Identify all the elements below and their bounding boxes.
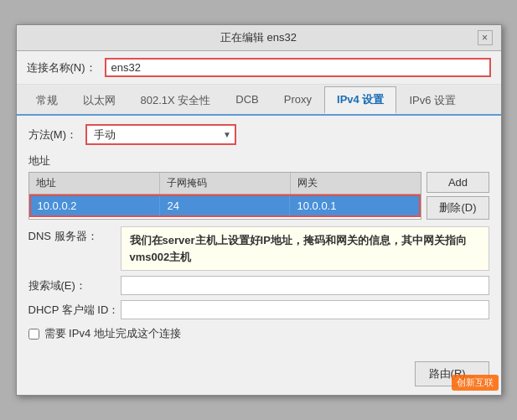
address-section-title: 地址 [28,153,489,169]
tabs-bar: 常规 以太网 802.1X 安全性 DCB Proxy IPv4 设置 IPv6… [17,85,501,116]
cell-address: 10.0.0.2 [31,196,161,215]
dhcp-label: DHCP 客户端 ID： [28,300,121,318]
add-button[interactable]: Add [427,172,489,193]
col-header-gateway: 网关 [291,173,421,194]
table-row[interactable]: 10.0.0.2 24 10.0.0.1 [29,194,421,217]
col-header-subnet: 子网掩码 [160,173,291,194]
connection-name-input[interactable] [105,58,491,77]
ipv4-required-label: 需要 IPv4 地址完成这个连接 [44,326,181,341]
tab-ethernet[interactable]: 以太网 [70,87,128,114]
tooltip-box: 我们在server主机上设置好IP地址，掩码和网关的信息，其中网关指向vms00… [121,226,489,271]
method-select-wrapper: 手动 ▼ [85,124,236,145]
tab-general[interactable]: 常规 [23,87,70,114]
cell-subnet: 24 [160,196,290,215]
search-domain-input[interactable] [121,276,489,295]
address-table: 地址 子网掩码 网关 10.0.0.2 24 10.0.0.1 [28,172,422,220]
search-domain-label: 搜索域(E)： [28,276,121,293]
method-row: 方法(M)： 手动 ▼ [28,124,489,145]
tab-ipv4[interactable]: IPv4 设置 [324,86,396,114]
form-rows: DNS 服务器： 我们在server主机上设置好IP地址，掩码和网关的信息，其中… [28,226,489,319]
method-select[interactable]: 手动 [85,124,236,145]
connection-name-label: 连接名称(N)： [27,60,96,75]
delete-button[interactable]: 删除(D) [427,196,489,220]
tab-8021x[interactable]: 802.1X 安全性 [128,87,224,114]
address-table-wrapper: 地址 子网掩码 网关 10.0.0.2 24 10.0.0.1 Add 删除(D… [28,172,489,220]
watermark: 创新互联 [452,375,499,391]
dialog-title: 正在编辑 ens32 [40,30,478,45]
search-domain-row: 搜索域(E)： [28,276,489,295]
dns-row: DNS 服务器： 我们在server主机上设置好IP地址，掩码和网关的信息，其中… [28,226,489,271]
method-label: 方法(M)： [28,127,78,143]
cell-gateway: 10.0.0.1 [290,196,419,215]
connection-name-row: 连接名称(N)： [17,51,501,85]
tab-ipv6[interactable]: IPv6 设置 [396,87,468,114]
ipv4-required-checkbox[interactable] [28,329,39,340]
close-button[interactable]: × [478,30,493,45]
ipv4-required-row: 需要 IPv4 地址完成这个连接 [28,326,489,341]
tab-dcb[interactable]: DCB [223,87,271,114]
dns-label: DNS 服务器： [28,226,121,244]
col-header-address: 地址 [29,173,160,194]
tab-content: 方法(M)： 手动 ▼ 地址 地址 子网掩码 网关 [17,116,501,356]
address-section: 地址 地址 子网掩码 网关 10.0.0.2 24 10.0.0.1 [28,153,489,220]
table-buttons: Add 删除(D) [427,172,489,220]
title-bar: 正在编辑 ens32 × [17,25,501,51]
table-header: 地址 子网掩码 网关 [29,173,421,194]
dhcp-row: DHCP 客户端 ID： [28,300,489,319]
dialog-window: 正在编辑 ens32 × 连接名称(N)： 常规 以太网 802.1X 安全性 … [16,24,502,396]
dhcp-input[interactable] [121,300,489,319]
bottom-bar: 路由(R)... [17,356,501,395]
tab-proxy[interactable]: Proxy [271,87,324,114]
